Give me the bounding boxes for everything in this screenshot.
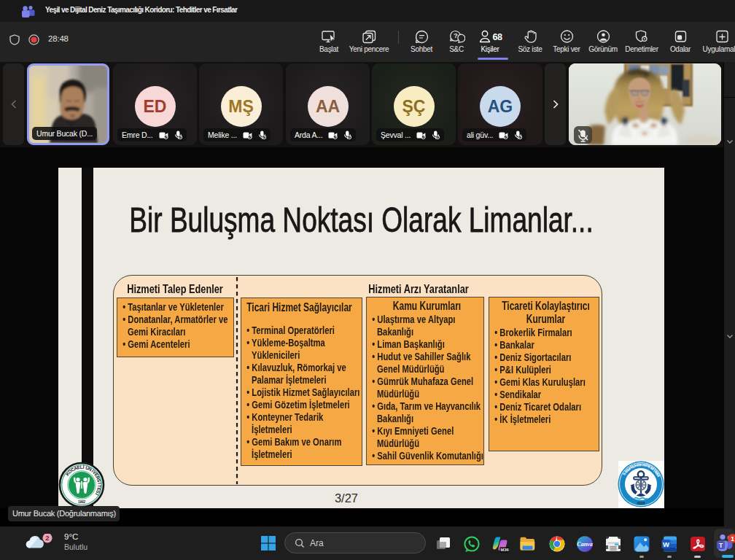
svg-text:1992: 1992: [78, 499, 86, 503]
svg-text:68: 68: [493, 32, 503, 42]
svg-text:2: 2: [45, 534, 49, 542]
svg-text:2016: 2016: [637, 501, 645, 505]
svg-text:1: 1: [731, 534, 734, 542]
svg-text:?: ?: [454, 31, 458, 39]
svg-text:W: W: [663, 540, 669, 548]
svg-text:Canva: Canva: [577, 541, 592, 548]
svg-text:M365: M365: [501, 548, 510, 552]
svg-text:T: T: [719, 542, 723, 549]
